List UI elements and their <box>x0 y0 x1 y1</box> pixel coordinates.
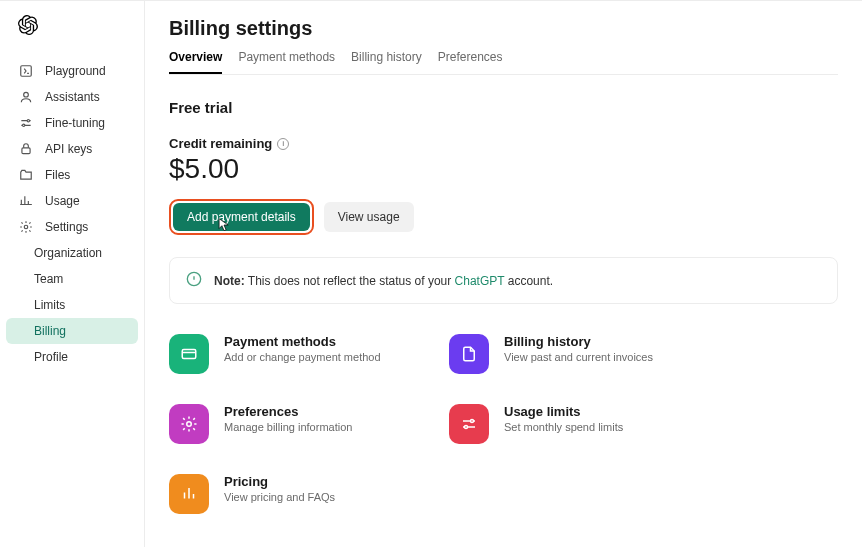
assistants-icon <box>18 90 34 104</box>
tab-billing-history[interactable]: Billing history <box>351 50 422 74</box>
card-desc: View pricing and FAQs <box>224 491 335 503</box>
svg-point-3 <box>23 124 25 126</box>
usage-icon <box>18 194 34 208</box>
svg-point-1 <box>24 92 29 97</box>
tabs: Overview Payment methods Billing history… <box>169 50 838 75</box>
card-desc: Manage billing information <box>224 421 352 433</box>
svg-point-9 <box>471 420 474 423</box>
playground-icon <box>18 64 34 78</box>
sidebar-subitem-limits[interactable]: Limits <box>0 292 144 318</box>
sidebar-label: Usage <box>45 194 80 208</box>
tab-payment-methods[interactable]: Payment methods <box>238 50 335 74</box>
tab-preferences[interactable]: Preferences <box>438 50 503 74</box>
credit-label-text: Credit remaining <box>169 136 272 151</box>
credit-amount: $5.00 <box>169 153 838 185</box>
sidebar-subitem-profile[interactable]: Profile <box>0 344 144 370</box>
sidebar-item-apikeys[interactable]: API keys <box>0 136 144 162</box>
add-payment-label: Add payment details <box>187 210 296 224</box>
sidebar-label: API keys <box>45 142 92 156</box>
sidebar-label: Team <box>34 272 63 286</box>
svg-rect-4 <box>22 148 30 154</box>
note-info-icon <box>186 271 202 290</box>
logo[interactable] <box>0 15 144 38</box>
note-text: Note: This does not reflect the status o… <box>214 274 553 288</box>
apikeys-icon <box>18 142 34 156</box>
sidebar-label: Profile <box>34 350 68 364</box>
info-icon[interactable]: i <box>277 138 289 150</box>
sidebar-label: Settings <box>45 220 88 234</box>
main-content: Billing settings Overview Payment method… <box>145 1 862 547</box>
sidebar-label: Assistants <box>45 90 100 104</box>
sidebar-subitem-billing[interactable]: Billing <box>6 318 138 344</box>
sidebar-item-assistants[interactable]: Assistants <box>0 84 144 110</box>
button-row: Add payment details View usage <box>169 199 838 235</box>
card-icon-limits <box>449 404 489 444</box>
card-desc: Add or change payment method <box>224 351 381 363</box>
note-box: Note: This does not reflect the status o… <box>169 257 838 304</box>
tab-overview[interactable]: Overview <box>169 50 222 74</box>
card-title: Pricing <box>224 474 335 489</box>
sidebar-item-finetuning[interactable]: Fine-tuning <box>0 110 144 136</box>
sidebar-label: Billing <box>34 324 66 338</box>
card-desc: View past and current invoices <box>504 351 653 363</box>
sidebar: Playground Assistants Fine-tuning API ke… <box>0 1 145 547</box>
card-icon-history <box>449 334 489 374</box>
card-billing-history[interactable]: Billing history View past and current in… <box>449 334 719 374</box>
sidebar-item-playground[interactable]: Playground <box>0 58 144 84</box>
card-title: Payment methods <box>224 334 381 349</box>
svg-point-10 <box>465 426 468 429</box>
sidebar-label: Limits <box>34 298 65 312</box>
sidebar-item-settings[interactable]: Settings <box>0 214 144 240</box>
settings-icon <box>18 220 34 234</box>
chatgpt-link[interactable]: ChatGPT <box>455 274 505 288</box>
svg-point-8 <box>187 422 192 427</box>
cards-grid: Payment methods Add or change payment me… <box>169 334 838 514</box>
card-usage-limits[interactable]: Usage limits Set monthly spend limits <box>449 404 719 444</box>
note-after: account. <box>504 274 553 288</box>
card-title: Preferences <box>224 404 352 419</box>
card-desc: Set monthly spend limits <box>504 421 623 433</box>
sidebar-label: Playground <box>45 64 106 78</box>
sidebar-label: Files <box>45 168 70 182</box>
openai-logo-icon <box>18 15 38 35</box>
note-before: This does not reflect the status of your <box>248 274 455 288</box>
card-icon-preferences <box>169 404 209 444</box>
card-icon-payment <box>169 334 209 374</box>
trial-heading: Free trial <box>169 99 838 116</box>
credit-remaining-label: Credit remaining i <box>169 136 838 151</box>
finetuning-icon <box>18 116 34 130</box>
highlight-box: Add payment details <box>169 199 314 235</box>
files-icon <box>18 168 34 182</box>
page-title: Billing settings <box>169 17 838 40</box>
add-payment-button[interactable]: Add payment details <box>173 203 310 231</box>
card-icon-pricing <box>169 474 209 514</box>
sidebar-item-files[interactable]: Files <box>0 162 144 188</box>
svg-point-2 <box>27 120 29 122</box>
sidebar-subitem-team[interactable]: Team <box>0 266 144 292</box>
card-pricing[interactable]: Pricing View pricing and FAQs <box>169 474 439 514</box>
cursor-icon <box>218 218 230 234</box>
card-title: Usage limits <box>504 404 623 419</box>
view-usage-button[interactable]: View usage <box>324 202 414 232</box>
note-prefix: Note: <box>214 274 245 288</box>
svg-rect-7 <box>182 350 196 359</box>
sidebar-item-usage[interactable]: Usage <box>0 188 144 214</box>
svg-point-5 <box>24 225 28 229</box>
card-title: Billing history <box>504 334 653 349</box>
card-preferences[interactable]: Preferences Manage billing information <box>169 404 439 444</box>
sidebar-label: Fine-tuning <box>45 116 105 130</box>
sidebar-subitem-organization[interactable]: Organization <box>0 240 144 266</box>
card-payment-methods[interactable]: Payment methods Add or change payment me… <box>169 334 439 374</box>
sidebar-label: Organization <box>34 246 102 260</box>
